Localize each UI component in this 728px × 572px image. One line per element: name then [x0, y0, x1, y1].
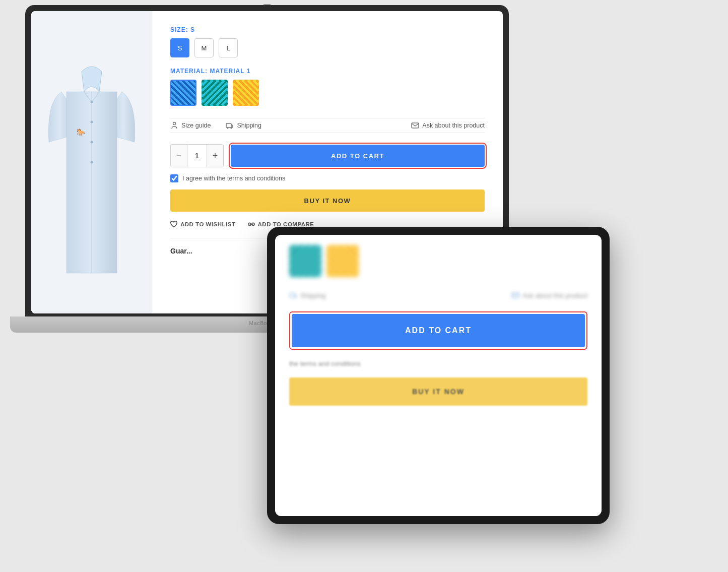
quantity-decrease-btn[interactable]: − [171, 145, 187, 167]
svg-rect-7 [226, 123, 231, 128]
material-options [170, 80, 485, 106]
svg-text:🐎: 🐎 [77, 128, 86, 137]
material-section: MATERIAL: Material 1 [170, 68, 485, 106]
agree-row: I agree with the terms and conditions [170, 174, 485, 182]
svg-rect-10 [412, 123, 419, 128]
size-guide-link[interactable]: Size guide [170, 121, 211, 130]
svg-rect-15 [512, 293, 519, 298]
material-label: MATERIAL: Material 1 [170, 68, 485, 75]
quantity-increase-btn[interactable]: + [207, 145, 223, 167]
tablet-add-to-cart-wrapper: ADD TO CART [289, 311, 587, 350]
size-btn-s[interactable]: S [170, 38, 189, 57]
tablet-content: Shipping Ask about this product ADD TO C… [275, 235, 602, 416]
tablet-swatch-yellow [326, 245, 359, 277]
tablet-screen: Shipping Ask about this product ADD TO C… [275, 235, 602, 516]
tablet-buy-now-button[interactable]: BUY IT NOW [289, 377, 587, 406]
size-btn-m[interactable]: M [194, 38, 214, 57]
quantity-input[interactable] [187, 145, 207, 167]
heart-icon [170, 221, 177, 228]
material-selected-value: Material 1 [210, 68, 250, 75]
tablet-add-to-cart-outline: ADD TO CART [289, 311, 587, 350]
tablet-agree-text: the terms and conditions [289, 360, 587, 367]
svg-point-2 [91, 121, 93, 123]
svg-point-9 [231, 128, 232, 129]
links-row: Size guide Shipping [170, 118, 485, 133]
tablet-envelope-icon [511, 291, 519, 299]
svg-point-8 [227, 128, 229, 129]
tablet-bottom-fade [275, 486, 602, 516]
size-section: SIZE: S S M L [170, 26, 485, 57]
envelope-icon [411, 121, 419, 130]
laptop-notch [263, 5, 271, 9]
tablet-device: Shipping Ask about this product ADD TO C… [267, 227, 610, 524]
agree-checkbox[interactable] [170, 174, 178, 182]
svg-point-4 [91, 161, 93, 164]
tablet-shipping-icon [289, 291, 297, 299]
size-label: SIZE: S [170, 26, 485, 33]
guarantee-title: Guar... [170, 247, 192, 255]
size-btn-l[interactable]: L [219, 38, 238, 57]
material-swatch-3[interactable] [233, 80, 259, 106]
tablet-shipping-link: Shipping [289, 291, 326, 299]
tablet-swatch-teal [289, 245, 321, 277]
add-to-cart-button[interactable]: ADD TO CART [231, 145, 485, 167]
tablet-ask-link: Ask about this product [511, 291, 587, 299]
size-selected-value: S [190, 26, 195, 33]
product-image: 🐎 [46, 41, 137, 283]
size-options: S M L [170, 38, 485, 57]
ask-product-link[interactable]: Ask about this product [411, 121, 485, 130]
material-swatch-1[interactable] [170, 80, 196, 106]
agree-label: I agree with the terms and conditions [182, 175, 285, 182]
shipping-link[interactable]: Shipping [226, 121, 261, 130]
tablet-add-to-cart-button[interactable]: ADD TO CART [292, 314, 585, 347]
tablet-swatches-blurred [289, 245, 587, 277]
add-to-cart-row: − + ADD TO CART [170, 144, 485, 167]
add-to-wishlist-link[interactable]: ADD TO WISHLIST [170, 221, 236, 228]
material-swatch-2[interactable] [202, 80, 228, 106]
svg-point-6 [173, 122, 176, 125]
quantity-control: − + [170, 144, 224, 167]
compare-icon [248, 221, 255, 228]
svg-rect-14 [290, 293, 295, 297]
product-image-area: 🐎 [31, 11, 152, 313]
svg-point-3 [91, 141, 93, 144]
buy-it-now-button[interactable]: BUY IT NOW [170, 189, 485, 212]
tablet-links-row: Shipping Ask about this product [289, 291, 587, 299]
shipping-icon [226, 121, 234, 130]
person-icon [170, 121, 178, 130]
